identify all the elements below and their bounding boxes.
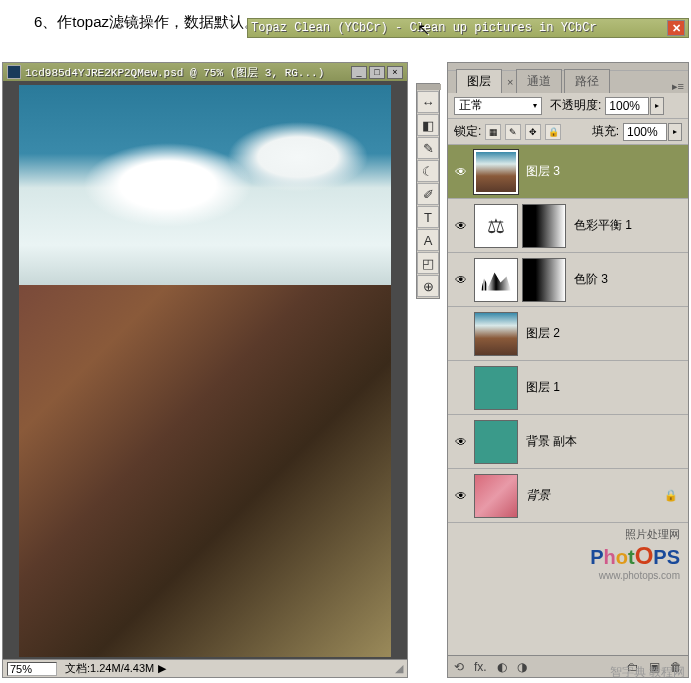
lock-pixels-icon[interactable]: ✎	[505, 124, 521, 140]
add-mask-icon[interactable]: ◐	[497, 660, 507, 674]
layer-thumbnail[interactable]	[474, 474, 518, 518]
blend-opacity-row: 正常 ▾ 不透明度: 100% ▸	[448, 93, 688, 119]
layer-name[interactable]: 色彩平衡 1	[574, 217, 632, 234]
brand-logo: PhotOPS	[456, 542, 680, 570]
visibility-toggle[interactable]	[452, 325, 470, 343]
opacity-label: 不透明度:	[550, 97, 601, 114]
fill-stepper[interactable]: ▸	[668, 123, 682, 141]
document-titlebar[interactable]: 1cd985d4YJRE2KP2QMew.psd @ 75% (图层 3, RG…	[3, 63, 407, 81]
topaz-close-button[interactable]: ✕	[667, 20, 685, 36]
resize-handle-icon[interactable]: ◢	[395, 662, 403, 675]
layer-mask-thumbnail[interactable]	[522, 258, 566, 302]
layers-list: 👁 图层 3 👁 色彩平衡 1 👁 色阶 3 图层 2	[448, 145, 688, 655]
image-canyon	[19, 285, 391, 657]
statusbar-arrow-icon[interactable]: ▶	[158, 662, 166, 675]
opacity-stepper[interactable]: ▸	[650, 97, 664, 115]
document-title: 1cd985d4YJRE2KP2QMew.psd @ 75% (图层 3, RG…	[25, 65, 349, 80]
tab-close-icon[interactable]: ×	[507, 76, 513, 88]
brush-tool-icon[interactable]: ✎	[417, 137, 439, 159]
adjustment-thumbnail[interactable]	[474, 258, 518, 302]
close-button[interactable]: ×	[387, 66, 403, 79]
visibility-toggle[interactable]: 👁	[452, 433, 470, 451]
layer-row[interactable]: 图层 1	[448, 361, 688, 415]
watermark-brand: 照片处理网 PhotOPS www.photops.com	[448, 523, 688, 585]
layer-name[interactable]: 图层 3	[526, 163, 560, 180]
fx-icon[interactable]: fx.	[474, 660, 487, 674]
lock-transparency-icon[interactable]: ▦	[485, 124, 501, 140]
screen-mode-icon[interactable]: ◧	[417, 114, 439, 136]
layer-row[interactable]: 👁 背景 🔒	[448, 469, 688, 523]
layer-row[interactable]: 👁 色彩平衡 1	[448, 199, 688, 253]
panel-tabs: 图层 × 通道 路径 ▸≡	[448, 71, 688, 93]
panel-menu-icon[interactable]: ▸≡	[672, 80, 684, 93]
layer-name[interactable]: 背景	[526, 487, 550, 504]
canvas-area[interactable]	[3, 81, 407, 659]
blend-mode-select[interactable]: 正常 ▾	[454, 97, 542, 115]
layer-row[interactable]: 👁 色阶 3	[448, 253, 688, 307]
history-tool-icon[interactable]: ☾	[417, 160, 439, 182]
visibility-toggle[interactable]: 👁	[452, 217, 470, 235]
layer-row[interactable]: 图层 2	[448, 307, 688, 361]
page-watermark: 智字典 教程网	[610, 664, 685, 681]
tool-strip-grip[interactable]	[417, 84, 441, 90]
topaz-dialog-titlebar[interactable]: Topaz Clean (YCbCr) - Clean up pictures …	[247, 18, 689, 38]
layer-row[interactable]: 👁 图层 3	[448, 145, 688, 199]
vertical-tool-strip: ↔ ◧ ✎ ☾ ✐ T A ◰ ⊕	[416, 83, 440, 299]
opacity-input[interactable]: 100%	[605, 97, 649, 115]
lock-label: 锁定:	[454, 123, 481, 140]
layer-mask-thumbnail[interactable]	[522, 204, 566, 248]
layer-name[interactable]: 图层 2	[526, 325, 560, 342]
blend-mode-value: 正常	[459, 97, 483, 114]
document-statusbar: 75% 文档:1.24M/4.43M ▶ ◢	[3, 659, 407, 677]
doc-size-info: 文档:1.24M/4.43M	[65, 661, 154, 676]
fill-input[interactable]: 100%	[623, 123, 667, 141]
tab-layers[interactable]: 图层	[456, 69, 502, 93]
visibility-toggle[interactable]: 👁	[452, 163, 470, 181]
lock-fill-row: 锁定: ▦ ✎ ✥ 🔒 填充: 100% ▸	[448, 119, 688, 145]
tab-channels[interactable]: 通道	[516, 69, 562, 93]
info-tool-icon[interactable]: ⊕	[417, 275, 439, 297]
link-layers-icon[interactable]: ⟲	[454, 660, 464, 674]
arrange-tool-icon[interactable]: ↔	[417, 91, 439, 113]
layer-row[interactable]: 👁 背景 副本	[448, 415, 688, 469]
character-tool-icon[interactable]: A	[417, 229, 439, 251]
lock-all-icon[interactable]: 🔒	[545, 124, 561, 140]
adjustment-thumbnail[interactable]	[474, 204, 518, 248]
layer-name[interactable]: 色阶 3	[574, 271, 608, 288]
layer-name[interactable]: 图层 1	[526, 379, 560, 396]
layer-thumbnail[interactable]	[474, 420, 518, 464]
chevron-down-icon: ▾	[533, 101, 537, 110]
layer-thumbnail[interactable]	[474, 312, 518, 356]
nav-tool-icon[interactable]: ◰	[417, 252, 439, 274]
brand-url: www.photops.com	[456, 570, 680, 581]
lock-icon: 🔒	[664, 489, 678, 502]
minimize-button[interactable]: _	[351, 66, 367, 79]
layer-name[interactable]: 背景 副本	[526, 433, 577, 450]
pen-tool-icon[interactable]: ✐	[417, 183, 439, 205]
image-clouds	[19, 115, 391, 255]
topaz-title: Topaz Clean (YCbCr) - Clean up pictures …	[251, 21, 667, 35]
visibility-toggle[interactable]: 👁	[452, 487, 470, 505]
photoshop-document-window: 1cd985d4YJRE2KP2QMew.psd @ 75% (图层 3, RG…	[2, 62, 408, 678]
brand-subtitle: 照片处理网	[456, 527, 680, 542]
layer-thumbnail[interactable]	[474, 150, 518, 194]
type-tool-icon[interactable]: T	[417, 206, 439, 228]
maximize-button[interactable]: □	[369, 66, 385, 79]
zoom-input[interactable]: 75%	[7, 662, 57, 676]
canvas-image[interactable]	[19, 85, 391, 657]
layer-thumbnail[interactable]	[474, 366, 518, 410]
visibility-toggle[interactable]	[452, 379, 470, 397]
visibility-toggle[interactable]: 👁	[452, 271, 470, 289]
lock-position-icon[interactable]: ✥	[525, 124, 541, 140]
ps-app-icon	[7, 65, 21, 79]
layers-panel: 图层 × 通道 路径 ▸≡ 正常 ▾ 不透明度: 100% ▸ 锁定: ▦ ✎ …	[447, 62, 689, 678]
adjustment-layer-icon[interactable]: ◑	[517, 660, 527, 674]
fill-label: 填充:	[592, 123, 619, 140]
tab-paths[interactable]: 路径	[564, 69, 610, 93]
